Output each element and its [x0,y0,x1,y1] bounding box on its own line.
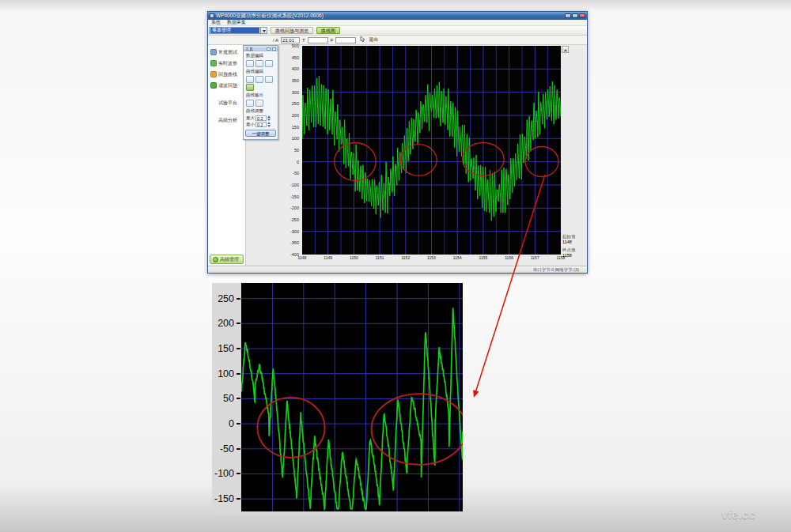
window-buttons [565,13,585,18]
panel-close-icon[interactable] [272,47,276,51]
end-value: 1158 [562,253,586,258]
sidebar-item-harmonic-playback[interactable]: 谐波回放 [208,80,245,91]
x-tick-label: 1157 [528,255,542,260]
spin-down-icon[interactable] [267,119,271,121]
inset-y-tick-label: 150 [218,343,234,354]
chevron-down-icon[interactable] [260,28,267,33]
tool-section-label: 曲线输出 [244,91,278,99]
color-icon[interactable] [246,76,254,83]
sidebar-item-label: 试验平台 [218,100,237,107]
edit-icon[interactable] [255,60,263,67]
nav-toolbar: 菜单管理 曲线回放与浏览 曲线图 [208,26,587,36]
monitor-icon [210,49,217,55]
status-text: 串口字节:0 网络字节:(3) [533,267,579,273]
spinner-icon[interactable] [267,115,271,121]
tab-curve-playback-browse[interactable]: 曲线回放与浏览 [271,27,313,34]
inset-y-tick-label: 50 [223,393,234,404]
f-label: F [331,38,334,43]
sidebar-item-label: 常规测试 [218,49,237,56]
y-tick-label: -300 [290,229,299,234]
t-input[interactable] [308,37,328,43]
query-toolbar: / A 23.01 T F 退出 [208,36,587,45]
x-tick-label: 1153 [425,255,439,260]
inset-tick-mark [237,448,240,450]
inset-y-tick-label: 200 [218,318,234,329]
watermark: vfe.cc [721,507,755,521]
scale-label: / A [273,38,278,43]
close-button[interactable] [579,13,585,18]
x-tick-label: 1151 [373,255,387,260]
spin-up-icon[interactable] [267,115,271,118]
max-value-field[interactable]: 0.2 [255,115,267,121]
combo-selected-value: 菜单管理 [210,28,259,33]
menu-system[interactable]: 系统 [211,19,221,26]
y-tick-label: 100 [292,136,299,141]
advanced-management-label: 高级管理 [220,256,239,263]
curve-tools-panel: 工具 数据编辑曲线编辑曲线输出曲线调整最大0.2最小0.2 一键调整 [243,45,278,140]
print-icon[interactable] [255,100,263,107]
min-label: 最小 [246,122,255,127]
y-tick-label: -250 [290,217,299,222]
window-title: WP4000变频功率分析仪测试系统(V2012.0606) [216,12,563,20]
hand-pointer-icon[interactable] [358,36,365,43]
globe-icon [213,257,218,262]
main-chart-plot[interactable] [302,46,561,255]
menu-data-acquisition[interactable]: 数据采集 [227,19,246,26]
y-tick-label: 200 [292,113,299,118]
minimize-button[interactable] [565,13,571,18]
sidebar-item-label: 谐波回放 [218,82,237,89]
sidebar-item-general-test[interactable]: 常规测试 [208,47,245,58]
tool-button-row [244,84,278,91]
sidebar-item-test-platform[interactable]: 试验平台 [208,97,245,108]
min-value-field[interactable]: 0.2 [255,122,267,127]
panel-minimize-icon[interactable] [267,47,271,51]
y-tick-label: -150 [290,194,299,199]
tools-panel-titlebar[interactable]: 工具 [244,46,278,51]
font-icon[interactable] [255,76,263,83]
x-tick-label: 1148 [295,255,309,260]
tools-panel-title: 工具 [245,47,253,51]
apply-icon[interactable] [246,84,254,91]
x-tick-label: 1155 [476,255,490,260]
inset-tick-mark [237,373,240,375]
exit-button[interactable]: 退出 [369,36,378,43]
app-window: WP4000变频功率分析仪测试系统(V2012.0606) 系统 数据采集 菜单… [207,11,588,274]
one-key-adjust-button[interactable]: 一键调整 [245,130,276,137]
sidebar-item-advanced-analysis[interactable]: 高级分析 [208,115,245,126]
spin-up-icon[interactable] [267,122,271,124]
select-icon[interactable] [246,60,254,67]
inset-y-tick-label: -100 [214,468,234,479]
maximize-button[interactable] [572,13,578,18]
chart-area: 工具 数据编辑曲线编辑曲线输出曲线调整最大0.2最小0.2 一键调整 50045… [246,45,587,266]
spin-down-icon[interactable] [267,125,271,127]
y-tick-label: 450 [292,55,299,60]
adjust-row: 最大0.2 [244,115,278,121]
cursor-info-panel: 起始值 1148 终点值 1158 [562,231,586,258]
clear-icon[interactable] [265,60,273,67]
scale-value-field[interactable]: 23.01 [281,37,300,43]
inset-tick-mark [237,298,240,300]
x-tick-label: 1154 [450,255,464,260]
save-icon[interactable] [246,100,254,107]
spinner-icon[interactable] [267,122,271,127]
y-tick-label: 350 [292,78,299,83]
menu-management-combo[interactable]: 菜单管理 [209,27,267,34]
tools-panel-body: 数据编辑曲线编辑曲线输出曲线调整最大0.2最小0.2 [244,51,278,127]
menu-bar: 系统 数据采集 [208,20,587,26]
tool-button-row [244,60,278,67]
advanced-management-button[interactable]: 高级管理 [210,255,244,264]
inset-tick-mark [237,423,240,424]
collapse-icon[interactable] [562,46,569,53]
x-tick-label: 1152 [399,255,413,260]
y-tick-label: -350 [290,240,299,245]
sidebar-item-realtime-wave[interactable]: 实时波形 [208,58,245,69]
zoom-icon[interactable] [265,76,273,83]
window-titlebar[interactable]: WP4000变频功率分析仪测试系统(V2012.0606) [208,12,587,20]
main-chart-y-axis: 500450400350300250200150100500-50-100-15… [278,46,301,255]
y-tick-label: 150 [292,125,299,130]
sidebar-item-playback-curve[interactable]: 回放曲线 [208,69,245,80]
y-tick-label: 400 [292,66,299,71]
tab-curve-chart[interactable]: 曲线图 [316,27,340,34]
inset-tick-mark [237,398,240,399]
f-input[interactable] [335,37,356,43]
